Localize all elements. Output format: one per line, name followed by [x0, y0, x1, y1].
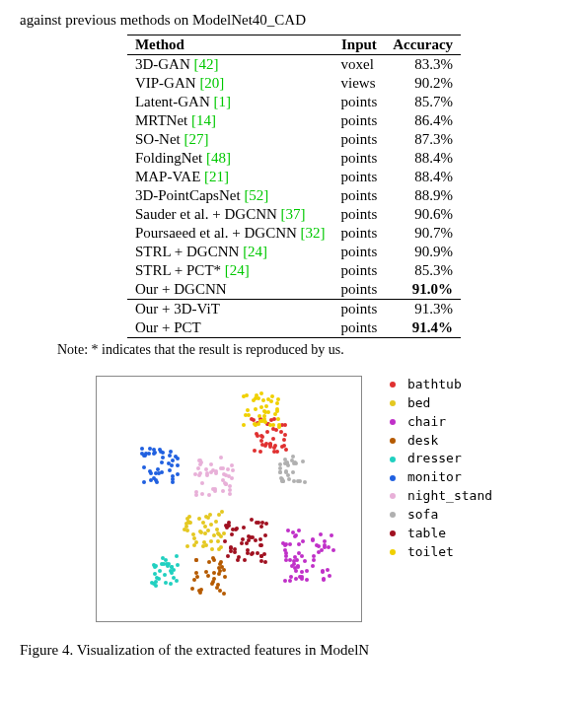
- table-row: Our + DGCNNpoints91.0%: [127, 280, 461, 300]
- scatter-point: [328, 574, 331, 578]
- scatter-point: [147, 452, 151, 456]
- scatter-point: [263, 533, 267, 537]
- table-row: 3D-PointCapsNet [52]points88.9%: [127, 186, 461, 205]
- scatter-point: [286, 529, 290, 532]
- scatter-point: [261, 398, 265, 402]
- scatter-point: [288, 579, 292, 583]
- scatter-point: [294, 533, 298, 537]
- scatter-point: [215, 528, 219, 531]
- scatter-point: [275, 401, 279, 405]
- legend-label: monitor: [407, 468, 462, 487]
- scatter-point: [250, 518, 254, 522]
- cell-input: points: [333, 168, 386, 186]
- scatter-point: [174, 455, 178, 459]
- scatter-point: [171, 459, 175, 462]
- cell-method: FoldingNet [48]: [127, 149, 333, 168]
- scatter-point: [226, 554, 230, 558]
- table-row: STRL + DGCNN [24]points90.9%: [127, 243, 461, 261]
- scatter-point: [330, 533, 333, 537]
- method-name: 3D-GAN: [135, 56, 194, 72]
- scatter-point: [219, 545, 223, 549]
- method-name: FoldingNet: [135, 150, 206, 166]
- legend-label: toilet: [407, 543, 454, 562]
- scatter-point: [200, 492, 204, 496]
- legend-item: bed: [390, 394, 492, 413]
- legend-swatch-icon: [390, 457, 396, 462]
- method-name: Our + PCT: [135, 319, 201, 335]
- scatter-point: [219, 534, 223, 538]
- scatter-point: [296, 479, 300, 483]
- legend-swatch-icon: [390, 438, 396, 444]
- scatter-point: [196, 466, 200, 470]
- scatter-point: [169, 450, 173, 454]
- legend-label: bathtub: [407, 376, 462, 394]
- scatter-point: [254, 538, 257, 542]
- table-header-row: Method Input Accuracy: [127, 35, 461, 55]
- scatter-point: [203, 531, 207, 535]
- scatter-point: [197, 517, 201, 521]
- method-name: SO-Net: [135, 131, 184, 147]
- scatter-point: [244, 413, 248, 417]
- scatter-point: [276, 417, 280, 421]
- scatter-point: [264, 522, 268, 526]
- cell-accuracy: 85.3%: [385, 261, 461, 280]
- citation: [48]: [206, 150, 231, 166]
- scatter-point: [209, 539, 213, 543]
- scatter-point: [246, 408, 250, 412]
- scatter-point: [247, 534, 251, 538]
- scatter-point: [258, 537, 262, 541]
- scatter-point: [201, 521, 205, 525]
- legend-swatch-icon: [390, 549, 396, 555]
- legend-label: chair: [407, 413, 446, 432]
- scatter-point: [259, 554, 263, 558]
- col-accuracy-header: Accuracy: [385, 35, 461, 55]
- cell-input: voxel: [333, 55, 386, 75]
- scatter-point: [152, 452, 156, 456]
- scatter-point: [219, 560, 223, 564]
- citation: [27]: [184, 131, 209, 147]
- scatter-point: [216, 539, 220, 543]
- legend-label: dresser: [407, 450, 462, 468]
- cell-accuracy: 90.6%: [385, 205, 461, 224]
- scatter-point: [284, 558, 288, 562]
- cell-accuracy: 87.3%: [385, 130, 461, 149]
- cell-input: points: [333, 111, 386, 130]
- scatter-point: [294, 569, 298, 573]
- scatter-point: [230, 532, 234, 536]
- scatter-point: [169, 582, 173, 586]
- scatter-point: [222, 592, 226, 596]
- scatter-point: [297, 529, 301, 532]
- cell-accuracy: 85.7%: [385, 93, 461, 111]
- table-row: FoldingNet [48]points88.4%: [127, 149, 461, 168]
- scatter-point: [172, 568, 176, 572]
- table-row: 3D-GAN [42]voxel83.3%: [127, 55, 461, 75]
- scatter-point: [288, 542, 292, 546]
- scatter-point: [300, 570, 304, 574]
- cell-input: points: [333, 318, 386, 338]
- citation: [1]: [214, 94, 232, 109]
- cell-method: MRTNet [14]: [127, 111, 333, 130]
- scatter-point: [158, 569, 162, 573]
- table-row: VIP-GAN [20]views90.2%: [127, 74, 461, 93]
- legend-item: toilet: [390, 543, 492, 562]
- scatter-point: [149, 471, 153, 475]
- scatter-point: [284, 551, 288, 555]
- scatter-point: [263, 560, 267, 564]
- scatter-point: [327, 545, 331, 549]
- scatter-point: [142, 465, 146, 469]
- cell-accuracy: 83.3%: [385, 55, 461, 75]
- citation: [20]: [199, 75, 224, 91]
- scatter-point: [221, 489, 225, 493]
- legend-item: bathtub: [390, 376, 492, 394]
- cell-accuracy: 88.4%: [385, 168, 461, 186]
- scatter-point: [284, 448, 288, 452]
- cell-accuracy: 91.3%: [385, 300, 461, 319]
- scatter-point: [231, 468, 235, 472]
- scatter-point: [192, 543, 196, 547]
- method-name: Sauder et al. + DGCNN: [135, 206, 281, 222]
- cell-method: VIP-GAN [20]: [127, 74, 333, 93]
- scatter-point: [160, 460, 164, 464]
- scatter-point: [296, 565, 300, 569]
- legend-item: table: [390, 525, 492, 543]
- scatter-point: [225, 526, 229, 530]
